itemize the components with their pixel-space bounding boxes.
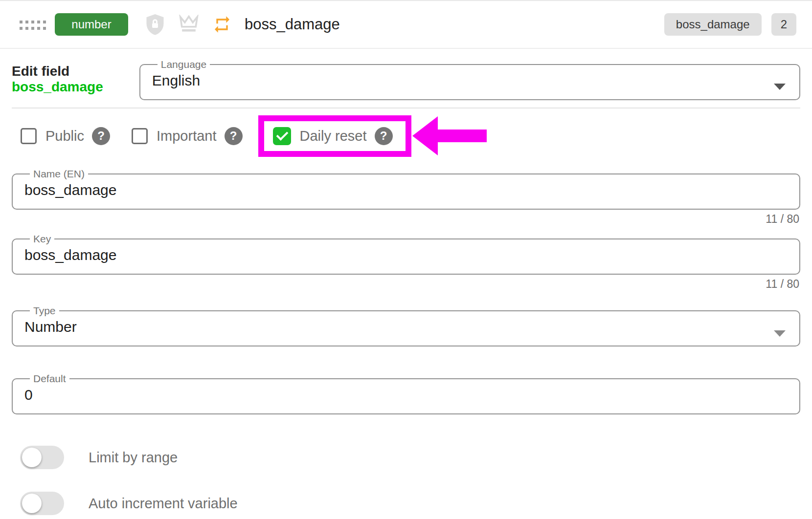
type-value: Number (23, 317, 789, 341)
public-checkbox[interactable] (21, 128, 37, 144)
type-select[interactable]: Type Number (12, 305, 800, 346)
daily-reset-help-icon[interactable]: ? (375, 127, 393, 145)
public-help-icon[interactable]: ? (92, 127, 110, 145)
edit-header-row: Edit field boss_damage Language English (12, 49, 800, 108)
limit-by-range-toggle[interactable] (20, 446, 64, 469)
public-label: Public (45, 128, 84, 144)
default-label: Default (33, 373, 66, 384)
edit-form: Edit field boss_damage Language English … (0, 49, 812, 515)
edit-field-heading: Edit field boss_damage (12, 64, 139, 95)
daily-reset-checkbox[interactable] (273, 127, 291, 145)
field-count-chip: 2 (771, 13, 796, 36)
limit-by-range-row: Limit by range (12, 446, 800, 469)
limit-by-range-label: Limit by range (89, 450, 178, 466)
chevron-down-icon (774, 84, 786, 90)
key-value[interactable]: boss_damage (23, 245, 789, 269)
toggle-knob (22, 448, 42, 467)
auto-increment-toggle[interactable] (20, 492, 64, 515)
toggle-knob (22, 494, 42, 513)
annotation-arrow-left-icon (412, 116, 487, 155)
key-field[interactable]: Key boss_damage (12, 233, 800, 275)
edit-field-name: boss_damage (12, 79, 103, 94)
language-select[interactable]: Language English (139, 59, 800, 100)
daily-reset-checkbox-group: Daily reset ? (273, 127, 393, 145)
field-key-chip: boss_damage (664, 13, 762, 36)
key-char-counter: 11 / 80 (13, 278, 799, 290)
name-en-value[interactable]: boss_damage (23, 180, 789, 204)
crown-icon (178, 15, 200, 34)
important-checkbox-group: Important ? (132, 127, 243, 145)
name-en-char-counter: 11 / 80 (13, 213, 799, 225)
default-value[interactable]: 0 (23, 385, 789, 409)
shield-lock-icon (145, 13, 165, 36)
name-en-field[interactable]: Name (EN) boss_damage (12, 168, 800, 210)
auto-increment-label: Auto increment variable (89, 496, 238, 512)
important-help-icon[interactable]: ? (225, 127, 243, 145)
field-editor-page: number boss_damage boss_damage 2 (0, 0, 812, 519)
auto-increment-row: Auto increment variable (12, 492, 800, 515)
important-checkbox[interactable] (132, 128, 148, 144)
repeat-sync-icon (212, 15, 232, 34)
daily-reset-highlight-box: Daily reset ? (258, 115, 411, 157)
language-label: Language (161, 59, 206, 70)
checkbox-row: Public ? Important ? Daily reset ? (12, 108, 800, 163)
language-value: English (150, 70, 789, 94)
drag-handle-icon[interactable] (20, 21, 23, 23)
default-field[interactable]: Default 0 (12, 373, 800, 414)
daily-reset-label: Daily reset (300, 128, 367, 144)
key-label: Key (33, 233, 51, 244)
header-bar: number boss_damage boss_damage 2 (0, 1, 812, 49)
name-en-label: Name (EN) (33, 168, 85, 179)
chevron-down-icon (774, 330, 786, 337)
public-checkbox-group: Public ? (21, 127, 110, 145)
type-label: Type (33, 305, 56, 316)
important-label: Important (157, 128, 217, 144)
edit-field-prefix: Edit field (12, 64, 69, 79)
type-badge-button[interactable]: number (55, 13, 128, 36)
page-title: boss_damage (245, 16, 340, 33)
